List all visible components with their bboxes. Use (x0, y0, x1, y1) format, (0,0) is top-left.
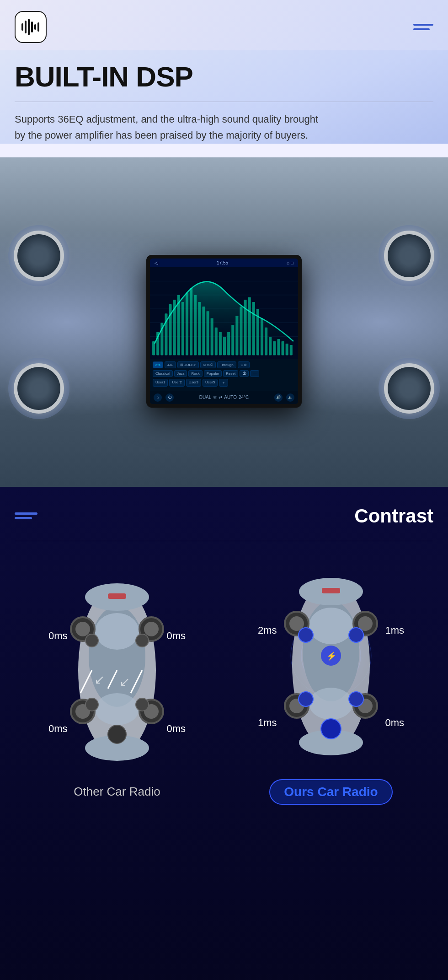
dsp-btn-dts[interactable]: dts (153, 361, 163, 368)
svg-rect-95 (322, 588, 340, 593)
dsp-btn-jazz[interactable]: Jazz (174, 370, 187, 377)
snowflake-icon: ❄ (213, 395, 217, 400)
logo-icon (21, 17, 41, 37)
svg-point-61 (85, 698, 98, 711)
auto-label: AUTO (224, 395, 237, 400)
speaker-ring-bottom-right (384, 363, 434, 414)
contrast-header: Contrast (15, 505, 433, 527)
logo (15, 11, 47, 43)
svg-rect-2 (28, 19, 30, 35)
other-ms-top-left: 0ms (48, 630, 68, 642)
svg-point-47 (95, 613, 139, 650)
svg-rect-0 (21, 23, 23, 31)
other-ms-top-right: 0ms (166, 630, 186, 642)
screen-top-bar: ◁ 17:55 ⌂ □ (150, 258, 298, 267)
volume-down-icon[interactable]: 🔈 (286, 393, 294, 402)
dsp-btn-dolby[interactable]: ⊞DOLBY (177, 361, 198, 368)
other-car-label: Other Car Radio (74, 785, 160, 799)
eq-wave-svg (150, 267, 298, 359)
screen-time: 17:55 (217, 260, 228, 265)
our-car-label: Ours Car Radio (269, 779, 392, 805)
our-ms-top-left: 2ms (258, 625, 277, 636)
dsp-btn-popular[interactable]: Popular (204, 370, 222, 377)
svg-rect-4 (34, 24, 36, 30)
contrast-lines-icon (15, 512, 37, 519)
page-title: BUILT-IN DSP (15, 61, 433, 92)
subtitle-text: Supports 36EQ adjustment, and the ultra-… (15, 111, 325, 143)
svg-point-48 (95, 693, 139, 725)
dsp-btn-through[interactable]: Through (217, 361, 236, 368)
dsp-buttons-row2: Classical Jazz Rock Popular Reset ⏻ — (153, 370, 295, 377)
dsp-btn-rock[interactable]: Rock (188, 370, 202, 377)
svg-point-76 (309, 608, 353, 644)
dsp-controls: dts JJU ⊞DOLBY SRS© Through ⊕⊕ Classical… (150, 359, 298, 391)
other-car-column: 0ms 0ms 0ms 0ms (15, 570, 219, 799)
dsp-btn-srs[interactable]: SRS© (200, 361, 216, 368)
other-car-svg: ↙ ↙ (53, 570, 181, 771)
signal-icons: ⌂ □ (287, 260, 293, 265)
contrast-divider (15, 541, 433, 541)
eq-display-area (150, 267, 298, 359)
dsp-btn-extra[interactable]: ⊕⊕ (238, 361, 250, 368)
right-speakers (384, 231, 434, 414)
dsp-btn-user2[interactable]: User2 (169, 379, 184, 387)
svg-point-90 (299, 692, 313, 706)
dsp-btn-user5[interactable]: User5 (203, 379, 218, 387)
speaker-ring-top-right (384, 231, 434, 281)
svg-point-60 (136, 634, 149, 647)
dsp-btn-user1[interactable]: User1 (153, 379, 168, 387)
home-icon[interactable]: ⌂ (154, 393, 162, 402)
temp-label: 24°C (239, 395, 249, 400)
dsp-btn-power[interactable]: ⏻ (240, 370, 249, 377)
dsp-btn-user3[interactable]: User3 (186, 379, 201, 387)
screen-inner: ◁ 17:55 ⌂ □ (150, 258, 298, 404)
car-comparison: 0ms 0ms 0ms 0ms (15, 564, 433, 805)
bottom-icons-left: ⌂ ⏻ (154, 393, 174, 402)
svg-text:↙: ↙ (119, 675, 130, 689)
screen-bottom-bar: ⌂ ⏻ DUAL ❄ ⇄ AUTO 24°C 🔊 🔈 (150, 391, 298, 404)
power-icon[interactable]: ⏻ (165, 393, 174, 402)
dual-label: DUAL (199, 395, 212, 400)
dsp-btn-classical[interactable]: Classical (153, 370, 173, 377)
dsp-buttons-row3: User1 User2 User3 User5 ＋ (153, 379, 295, 387)
our-car-column: 2ms 1ms 1ms 0ms (229, 564, 433, 805)
our-ms-bottom-left: 1ms (258, 717, 277, 729)
svg-point-59 (85, 634, 98, 647)
our-ms-bottom-right: 0ms (385, 717, 404, 729)
volume-up-icon[interactable]: 🔊 (274, 393, 283, 402)
screen-section: ◁ 17:55 ⌂ □ (0, 157, 448, 487)
dsp-btn-jju[interactable]: JJU (165, 361, 176, 368)
speaker-ring-top-left (14, 231, 64, 281)
svg-point-54 (144, 622, 159, 636)
svg-text:↙: ↙ (94, 673, 105, 687)
hamburger-menu-icon[interactable] (413, 24, 433, 30)
volume-icon: ◁ (155, 260, 158, 265)
speaker-ring-bottom-left (14, 363, 64, 414)
car-screen-device: ◁ 17:55 ⌂ □ (146, 255, 302, 408)
title-divider (15, 102, 433, 102)
svg-rect-69 (108, 593, 126, 599)
svg-point-63 (108, 725, 126, 743)
svg-rect-5 (37, 22, 39, 32)
svg-point-62 (136, 698, 149, 711)
other-ms-bottom-right: 0ms (166, 723, 186, 735)
other-ms-bottom-left: 0ms (48, 723, 68, 735)
svg-rect-1 (25, 21, 27, 33)
our-ms-top-right: 1ms (385, 625, 404, 636)
other-car-top-view: 0ms 0ms 0ms 0ms (53, 570, 181, 771)
svg-point-91 (349, 692, 363, 706)
contrast-title: Contrast (354, 505, 433, 527)
svg-text:⚡: ⚡ (326, 651, 337, 661)
bottom-icons-right: 🔊 🔈 (274, 393, 294, 402)
our-car-svg: ⚡ (267, 564, 395, 765)
svg-point-89 (349, 628, 363, 642)
left-speakers (14, 231, 64, 414)
title-section: BUILT-IN DSP Supports 36EQ adjustment, a… (0, 50, 448, 144)
svg-point-88 (299, 628, 313, 642)
dsp-btn-minus[interactable]: — (250, 370, 259, 377)
dsp-btn-reset[interactable]: Reset (223, 370, 238, 377)
svg-point-52 (75, 622, 90, 636)
svg-point-77 (309, 688, 353, 720)
dsp-btn-add[interactable]: ＋ (219, 379, 228, 387)
header (0, 0, 448, 50)
